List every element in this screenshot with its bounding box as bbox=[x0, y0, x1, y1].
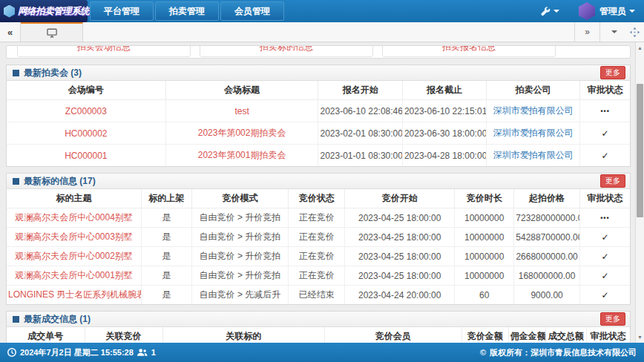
cell-link[interactable]: 观澜高尔夫会所中心0004别墅 bbox=[7, 208, 142, 228]
chevron-down-icon bbox=[553, 10, 559, 13]
cell-link[interactable]: 深圳市爱拍有限公司 bbox=[487, 100, 580, 122]
status-bar: 2024年7月2日 星期二 15:55:28 1 © 版权所有：深圳市青辰信息技… bbox=[0, 343, 644, 362]
tab-home[interactable] bbox=[21, 22, 83, 42]
status-datetime: 2024年7月2日 星期二 15:55:28 bbox=[20, 347, 134, 358]
cell-link[interactable]: ZC000003 bbox=[7, 100, 165, 122]
main-menu: 平台管理拍卖管理会员管理 bbox=[89, 0, 285, 22]
shortcut-link[interactable]: 拍卖报名信息 bbox=[382, 45, 556, 57]
top-navbar: 网络拍卖管理系统 平台管理拍卖管理会员管理 管理员 bbox=[0, 0, 644, 22]
wrench-icon bbox=[541, 7, 551, 16]
section-header: 最新成交信息 (1) 更多 bbox=[7, 312, 630, 327]
shortcut-link[interactable]: 拍卖标的信息 bbox=[200, 45, 373, 57]
navbar-right: 管理员 bbox=[541, 0, 644, 22]
scroll-down-arrow[interactable]: ▼ bbox=[636, 335, 644, 340]
column-header: 佣金金额 bbox=[508, 327, 545, 343]
menu-item[interactable]: 拍卖管理 bbox=[155, 1, 219, 21]
table-header-row: 会场编号会场标题报名开始报名截止拍卖公司审批状态 bbox=[7, 81, 630, 100]
column-header: 成交总额 bbox=[546, 327, 587, 343]
lots-table: 标的主题标的上架竞价模式竞价状态竞价开始竞价时长起拍价格审批状态观澜高尔夫会所中… bbox=[7, 189, 630, 304]
copyright-text: 版权所有：深圳市青辰信息技术有限公司 bbox=[490, 347, 637, 358]
column-header: 标的主题 bbox=[7, 189, 142, 208]
table-row: ZC000003test2023-06-10 22:08:462023-06-1… bbox=[7, 100, 630, 122]
cell-link[interactable]: 观澜高尔夫会所中心0003别墅 bbox=[7, 228, 142, 247]
more-button[interactable]: 更多 bbox=[600, 312, 625, 326]
section-latest-auctions: 最新拍卖会 (3) 更多 会场编号会场标题报名开始报名截止拍卖公司审批状态ZC0… bbox=[6, 65, 631, 167]
table-cell: 2023-06-30 18:00:00 bbox=[402, 122, 486, 145]
table-cell: 2023-04-25 18:00:00 bbox=[345, 266, 455, 286]
chevron-down-icon bbox=[629, 10, 635, 13]
table-cell: 正在竞价 bbox=[289, 247, 345, 266]
table-cell: 10000000 bbox=[455, 266, 514, 286]
content-scrollbar[interactable]: ▲ ▼ bbox=[635, 42, 644, 343]
table-row: 观澜高尔夫会所中心0002别墅是自由竞价 > 升价竞拍正在竞价2023-04-2… bbox=[7, 247, 630, 266]
tabs-scroll-right-button[interactable]: » bbox=[574, 22, 599, 42]
column-header: 竞价状态 bbox=[289, 189, 345, 208]
column-header: 竞价模式 bbox=[191, 189, 289, 208]
main-area: 拍卖会场信息拍卖标的信息拍卖报名信息 最新拍卖会 (3) 更多 会场编号会场标题… bbox=[0, 42, 644, 343]
clock-icon bbox=[7, 348, 16, 357]
table-cell: ✓ bbox=[580, 122, 630, 145]
table-row: HC0000022023年第002期拍卖会2023-02-01 08:30:00… bbox=[7, 122, 630, 145]
column-header: 会场编号 bbox=[7, 81, 165, 100]
table-cell: 10000000 bbox=[455, 247, 514, 266]
table-cell: 自由竞价 > 升价竞拍 bbox=[191, 228, 289, 247]
cell-link[interactable]: 深圳市爱拍有限公司 bbox=[487, 145, 580, 167]
content-area: 拍卖会场信息拍卖标的信息拍卖报名信息 最新拍卖会 (3) 更多 会场编号会场标题… bbox=[0, 42, 635, 343]
column-header: 会场标题 bbox=[165, 81, 318, 100]
scrollbar-thumb[interactable] bbox=[637, 84, 643, 217]
shortcut-row: 拍卖会场信息拍卖标的信息拍卖报名信息 bbox=[17, 45, 556, 57]
table-cell: 正在竞价 bbox=[289, 208, 345, 228]
section-title: 最新拍卖会 (3) bbox=[24, 67, 82, 79]
cell-link[interactable]: HC000001 bbox=[7, 145, 165, 167]
auctions-table: 会场编号会场标题报名开始报名截止拍卖公司审批状态ZC000003test2023… bbox=[7, 81, 630, 166]
section-square-icon bbox=[13, 316, 19, 323]
cell-link[interactable]: LONGINES 男士名匠系列机械腕表 bbox=[7, 286, 142, 305]
shortcut-link[interactable]: 拍卖会场信息 bbox=[17, 45, 191, 57]
column-header: 竞价会员 bbox=[324, 327, 461, 343]
table-cell: 2668000000.00 bbox=[514, 247, 580, 266]
cell-link[interactable]: 2023年第001期拍卖会 bbox=[165, 145, 318, 167]
table-cell: 是 bbox=[142, 208, 192, 228]
monitor-icon bbox=[47, 28, 57, 38]
logo-hexagon-icon bbox=[4, 5, 15, 18]
table-cell: 2023-04-24 20:00:00 bbox=[345, 286, 455, 305]
cell-link[interactable]: 深圳市爱拍有限公司 bbox=[487, 122, 580, 145]
status-right: © 版权所有：深圳市青辰信息技术有限公司 bbox=[480, 347, 637, 358]
table-cell: 自由竞价 > 先减后升 bbox=[191, 286, 289, 305]
column-header: 审批状态 bbox=[579, 189, 630, 208]
section-latest-lots: 最新标的信息 (17) 更多 标的主题标的上架竞价模式竞价状态竞价开始竞价时长起… bbox=[6, 173, 631, 305]
scroll-up-arrow[interactable]: ▲ bbox=[636, 45, 644, 50]
app-title: 网络拍卖管理系统 bbox=[18, 5, 89, 18]
table-cell: 正在竞价 bbox=[289, 228, 345, 247]
cell-link[interactable]: HC000002 bbox=[7, 122, 165, 145]
table-cell: ✓ bbox=[579, 286, 630, 305]
table-cell: 正在竞价 bbox=[289, 266, 345, 286]
column-header: 成交单号 bbox=[7, 327, 85, 343]
cell-link[interactable]: test bbox=[165, 100, 318, 122]
table-row: 观澜高尔夫会所中心0003别墅是自由竞价 > 升价竞拍正在竞价2023-04-2… bbox=[7, 228, 630, 247]
table-cell: 是 bbox=[142, 286, 192, 305]
column-header: 报名开始 bbox=[318, 81, 402, 100]
tabbar-spacer bbox=[83, 22, 574, 42]
app-logo: 网络拍卖管理系统 bbox=[0, 0, 88, 22]
column-header: 竞价金额 bbox=[461, 327, 508, 343]
table-cell: 54288700000.00 bbox=[514, 228, 580, 247]
more-button[interactable]: 更多 bbox=[600, 174, 625, 188]
section-title: 最新成交信息 (1) bbox=[24, 313, 91, 326]
cell-link[interactable]: 2023年第002期拍卖会 bbox=[165, 122, 318, 145]
cell-link[interactable]: 观澜高尔夫会所中心0002别墅 bbox=[7, 247, 142, 266]
tools-wrench-button[interactable] bbox=[541, 7, 559, 16]
tabs-scroll-left-button[interactable]: « bbox=[0, 22, 21, 42]
admin-menu-button[interactable]: 管理员 bbox=[599, 5, 635, 18]
tabs-move-icon[interactable] bbox=[625, 22, 644, 42]
menu-item[interactable]: 会员管理 bbox=[220, 1, 284, 21]
column-header: 关联标的 bbox=[162, 327, 324, 343]
cell-link[interactable]: 观澜高尔夫会所中心0001别墅 bbox=[7, 266, 142, 286]
column-header: 起拍价格 bbox=[514, 189, 580, 208]
tabs-list-button[interactable] bbox=[599, 22, 625, 42]
user-avatar[interactable] bbox=[579, 2, 595, 20]
more-button[interactable]: 更多 bbox=[600, 66, 625, 79]
table-cell: ✓ bbox=[579, 228, 630, 247]
menu-item[interactable]: 平台管理 bbox=[90, 1, 154, 21]
table-cell: 2023-02-01 08:30:00 bbox=[318, 122, 402, 145]
